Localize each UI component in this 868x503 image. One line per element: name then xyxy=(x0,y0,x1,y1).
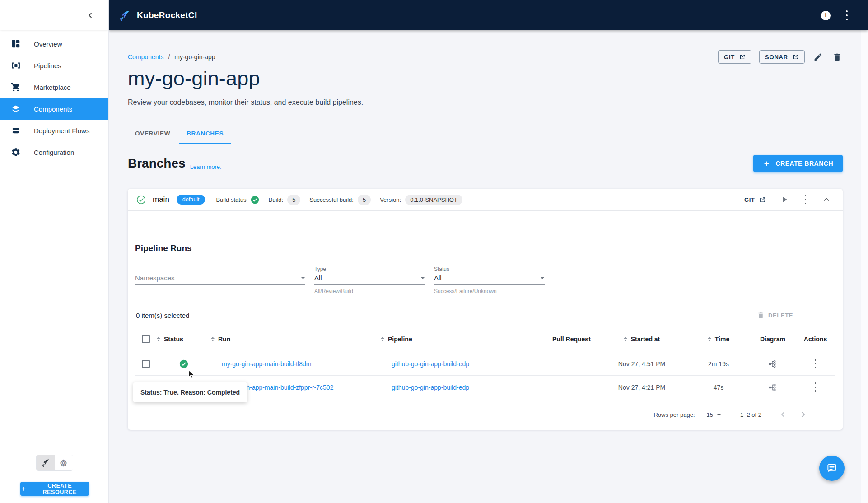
trash-icon xyxy=(832,52,842,62)
run-status xyxy=(157,359,211,369)
check-circle-icon xyxy=(179,359,189,369)
kubernetes-icon: ☸ xyxy=(59,458,68,468)
dashboard-icon xyxy=(10,38,21,49)
column-started-at[interactable]: Started at xyxy=(597,335,687,343)
sidebar-collapse-button[interactable] xyxy=(84,9,97,22)
rows-per-page-select[interactable]: 15 xyxy=(707,411,721,418)
create-branch-button[interactable]: CREATE BRANCH xyxy=(753,155,843,172)
page-subtitle: Review your codebases, monitor their sta… xyxy=(128,98,843,107)
create-resource-button[interactable]: CREATE RESOURCE xyxy=(20,482,89,496)
sidebar-item-deployment-flows[interactable]: Deployment Flows xyxy=(0,120,108,141)
delete-selected-button[interactable]: DELETE xyxy=(757,312,793,319)
successful-build-badge: 5 xyxy=(358,195,371,205)
brand-name: KubeRocketCI xyxy=(137,10,197,20)
chevron-right-icon xyxy=(798,410,807,419)
sidebar-item-components[interactable]: Components xyxy=(0,98,108,120)
column-status[interactable]: Status xyxy=(157,335,211,343)
sort-icon xyxy=(708,337,711,342)
type-select[interactable]: All xyxy=(314,274,425,285)
trash-icon xyxy=(757,312,765,319)
scrollbar-track[interactable] xyxy=(861,30,868,503)
sidebar: Overview Pipelines Marketplace Component… xyxy=(0,0,109,503)
diagram-button[interactable] xyxy=(767,382,778,393)
column-run[interactable]: Run xyxy=(211,335,381,343)
stacked-bars-icon xyxy=(10,125,21,136)
sidebar-footer: ☸ CREATE RESOURCE xyxy=(0,455,108,503)
pipelines-icon xyxy=(10,60,21,71)
plus-icon xyxy=(20,485,27,492)
status-select[interactable]: All xyxy=(434,274,545,285)
sidebar-item-label: Configuration xyxy=(34,149,74,156)
run-link[interactable]: my-go-gin-app-main-build-tl8dm xyxy=(222,360,311,368)
column-pipeline[interactable]: Pipeline xyxy=(381,335,547,343)
row-kebab-menu[interactable] xyxy=(813,357,818,371)
kuberocketci-logo-icon xyxy=(119,9,131,22)
pagination: Rows per page: 15 1–2 of 2 xyxy=(135,399,835,430)
external-link-icon xyxy=(759,196,766,203)
pipeline-run-filters: Namespaces Type All All/Review/Build xyxy=(135,266,835,294)
sidebar-item-overview[interactable]: Overview xyxy=(0,33,108,55)
previous-page-button[interactable] xyxy=(779,410,788,419)
breadcrumb-separator: / xyxy=(168,53,170,61)
sonar-external-button[interactable]: SONAR xyxy=(759,50,805,64)
branch-summary: main default Build status Build: 5 Succe… xyxy=(136,195,462,205)
branches-header-row: Branches Learn more. CREATE BRANCH xyxy=(128,155,843,172)
main-area: KubeRocketCI i Components / my-go-gin-ap… xyxy=(109,0,868,503)
learn-more-link[interactable]: Learn more. xyxy=(190,163,222,172)
branch-git-link[interactable]: GIT xyxy=(744,196,765,203)
tab-overview[interactable]: OVERVIEW xyxy=(128,124,177,144)
branch-kebab-menu[interactable] xyxy=(803,193,808,206)
appbar-kebab-menu[interactable] xyxy=(844,9,849,23)
cart-icon xyxy=(10,82,21,93)
trigger-build-button[interactable] xyxy=(779,194,790,205)
sort-icon xyxy=(381,337,384,342)
kubernetes-view-toggle[interactable]: ☸ xyxy=(55,455,73,470)
feedback-chat-fab[interactable] xyxy=(819,456,845,481)
chevron-down-icon xyxy=(540,277,545,279)
sidebar-item-pipelines[interactable]: Pipelines xyxy=(0,55,108,76)
build-count-label: Build: xyxy=(269,196,284,203)
sidebar-item-label: Pipelines xyxy=(34,62,61,70)
namespaces-select[interactable]: Namespaces xyxy=(135,274,305,285)
krci-view-toggle[interactable] xyxy=(37,455,55,470)
chevron-left-icon xyxy=(86,11,94,19)
successful-build-label: Successful build: xyxy=(309,196,354,203)
chevron-down-icon xyxy=(717,414,721,416)
row-checkbox[interactable] xyxy=(142,360,150,368)
pipeline-link[interactable]: github-go-gin-app-build-edp xyxy=(392,360,469,368)
started-at-cell: Nov 27, 4:21 PM xyxy=(597,384,687,391)
select-all-checkbox[interactable] xyxy=(142,335,150,343)
column-time[interactable]: Time xyxy=(687,335,750,343)
info-icon[interactable]: i xyxy=(821,11,831,20)
version-label: Version: xyxy=(380,196,401,203)
collapse-branch-button[interactable] xyxy=(821,194,832,205)
branch-accordion-header[interactable]: main default Build status Build: 5 Succe… xyxy=(128,189,843,210)
sidebar-item-configuration[interactable]: Configuration xyxy=(0,141,108,163)
plus-icon xyxy=(763,160,770,168)
default-badge: default xyxy=(177,195,205,205)
breadcrumb-components-link[interactable]: Components xyxy=(128,53,163,61)
column-diagram: Diagram xyxy=(750,335,795,343)
sidebar-item-label: Deployment Flows xyxy=(34,127,89,135)
sort-icon xyxy=(157,337,160,342)
status-tooltip: Status: True. Reason: Completed xyxy=(133,382,247,402)
pipeline-link[interactable]: github-go-gin-app-build-edp xyxy=(392,384,469,391)
time-cell: 47s xyxy=(687,384,750,391)
delete-component-button[interactable] xyxy=(831,51,843,63)
sidebar-item-marketplace[interactable]: Marketplace xyxy=(0,76,108,98)
table-row: my-go-gin-app-main-build-tl8dm github-go… xyxy=(135,352,835,375)
edit-button[interactable] xyxy=(812,51,824,63)
type-filter-helper: All/Review/Build xyxy=(314,288,425,294)
tabs: OVERVIEW BRANCHES xyxy=(128,124,843,144)
column-pull-request[interactable]: Pull Request xyxy=(547,335,597,343)
git-external-button[interactable]: GIT xyxy=(718,50,751,64)
chevron-up-icon xyxy=(822,195,831,204)
status-filter-label: Status xyxy=(434,266,545,272)
pencil-icon xyxy=(813,52,823,62)
row-kebab-menu[interactable] xyxy=(813,381,818,394)
diagram-button[interactable] xyxy=(767,359,778,369)
next-page-button[interactable] xyxy=(798,410,807,419)
divider xyxy=(128,210,843,211)
namespaces-filter: Namespaces xyxy=(135,274,305,294)
tab-branches[interactable]: BRANCHES xyxy=(179,124,231,144)
